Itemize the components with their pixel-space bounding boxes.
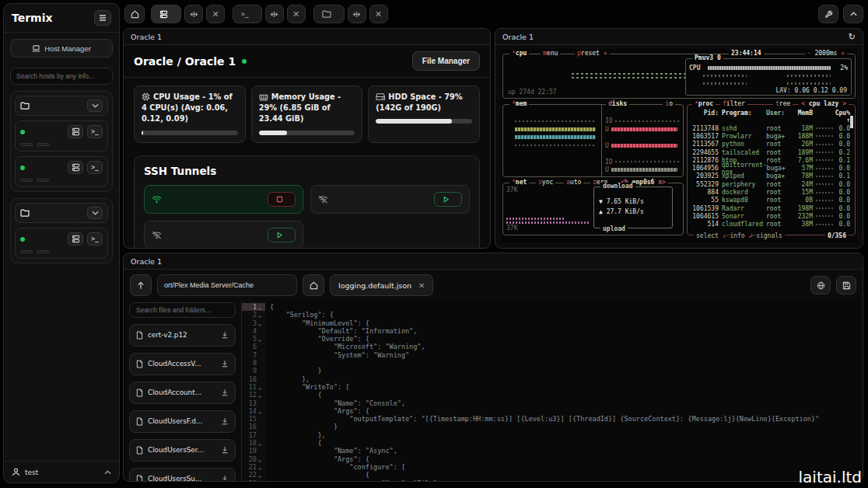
line-number[interactable]: 15 xyxy=(242,415,265,423)
line-number[interactable]: 21⌄ xyxy=(242,463,265,471)
file-download-button[interactable] xyxy=(221,417,229,425)
collapse-tabbar-button[interactable] xyxy=(843,5,863,23)
file-item[interactable]: CloudUsersSu... xyxy=(129,468,236,481)
home-button[interactable] xyxy=(124,5,145,23)
host-manager-button[interactable]: Host Manager xyxy=(10,39,113,58)
line-number[interactable]: 18⌄ xyxy=(242,439,265,447)
line-number[interactable]: 16 xyxy=(242,423,265,430)
file-item[interactable]: CloudUsersF.d... xyxy=(129,410,236,433)
btop-terminal[interactable]: ¹cpu menu preset + 23:44:14 - 2000ms + P… xyxy=(501,49,857,242)
host-terminal-button[interactable]: >_ xyxy=(87,232,103,246)
host-card-racknerd-1[interactable]: >_ xyxy=(15,228,108,259)
btop-menu-label[interactable]: menu xyxy=(541,50,560,57)
tab-0[interactable] xyxy=(151,5,181,23)
close-icon[interactable]: ✕ xyxy=(418,281,425,290)
proc-row[interactable]: 1064956 qbittorrent-nox buga+ 57M 0.0 xyxy=(692,164,850,172)
file-download-button[interactable] xyxy=(221,331,229,339)
host-terminal-button[interactable]: >_ xyxy=(87,161,103,174)
proc-row[interactable]: 1061539 Radarr root 198M 0.0 xyxy=(692,204,850,212)
editor-home-button[interactable] xyxy=(303,274,324,296)
file-download-button[interactable] xyxy=(221,389,229,396)
proc-row[interactable]: 1063517 Prowlarr buga+ 188M 0.0 xyxy=(692,132,850,140)
editor-tab[interactable]: logging.default.json ✕ xyxy=(330,274,433,296)
host-stats-button[interactable] xyxy=(68,125,83,138)
refresh-icon[interactable]: ↻ xyxy=(849,32,856,42)
tunnel-connect-button[interactable] xyxy=(434,192,462,207)
group-collapse-button[interactable] xyxy=(87,99,103,112)
line-number[interactable]: 17 xyxy=(242,431,265,439)
proc-row[interactable]: 55 kswapd0 root 0B 0.0 xyxy=(692,197,850,204)
file-download-button[interactable] xyxy=(221,360,229,368)
proc-row[interactable]: 2113748 sshd root 18M 0.0 xyxy=(692,124,850,132)
file-manager-button[interactable]: File Manager xyxy=(412,51,480,71)
tab-close-button[interactable]: ✕ xyxy=(206,5,225,23)
tunnel-disconnect-button[interactable] xyxy=(268,192,296,207)
tools-button[interactable] xyxy=(818,5,838,23)
tunnel-connect-button[interactable] xyxy=(268,228,296,242)
editor-settings-button[interactable] xyxy=(810,276,831,295)
btop-preset-label[interactable]: preset + xyxy=(575,50,610,57)
line-number[interactable]: 10 xyxy=(242,375,265,383)
file-download-button[interactable] xyxy=(221,446,229,454)
line-number[interactable]: 13 xyxy=(242,399,265,407)
proc-row[interactable]: 2294655 tailscaled root 189M 0.2 xyxy=(692,148,850,156)
path-input[interactable] xyxy=(157,274,297,296)
tab-2[interactable] xyxy=(313,5,345,23)
line-number[interactable]: 14⌄ xyxy=(242,407,265,415)
proc-scrollbar[interactable] xyxy=(850,116,853,128)
line-number[interactable]: 7 xyxy=(242,351,265,359)
file-item[interactable]: CloudAccount... xyxy=(129,382,236,404)
proc-tree-label[interactable]: tree xyxy=(773,100,793,107)
line-number[interactable]: 6 xyxy=(242,343,265,350)
proc-sort-label[interactable]: < cpu lazy > xyxy=(799,100,849,107)
host-card-oracle-2[interactable]: >_ xyxy=(15,156,108,187)
proc-row[interactable]: 2113567 python root 26M 0.0 xyxy=(692,141,850,148)
sidebar-menu-button[interactable] xyxy=(94,10,111,26)
line-number[interactable]: 5⌄ xyxy=(242,335,265,343)
line-number[interactable]: 22⌄ xyxy=(242,471,265,479)
line-number[interactable]: 4 xyxy=(242,327,265,335)
host-stats-button[interactable] xyxy=(68,232,83,246)
line-number[interactable]: 9 xyxy=(242,367,265,375)
path-up-button[interactable] xyxy=(130,274,152,296)
proc-filter-label[interactable]: filter xyxy=(720,100,747,107)
tab-close-button[interactable]: ✕ xyxy=(369,5,388,23)
tab-close-button[interactable]: ✕ xyxy=(287,5,306,23)
line-number[interactable]: 2⌄ xyxy=(242,311,265,319)
net-auto-label[interactable]: auto xyxy=(564,179,583,186)
line-number[interactable]: 11⌄ xyxy=(242,383,265,391)
proc-row[interactable]: 1064615 Sonarr root 232M 0.0 xyxy=(692,212,850,220)
host-stats-button[interactable] xyxy=(68,161,83,174)
file-download-button[interactable] xyxy=(221,475,229,481)
group-header[interactable] xyxy=(15,96,108,116)
tab-split-button[interactable] xyxy=(348,5,366,23)
net-sync-label[interactable]: sync xyxy=(536,179,555,186)
file-item[interactable]: cert-v2.p12 xyxy=(129,324,236,347)
line-number[interactable]: 19 xyxy=(242,447,265,455)
host-card-oracle-1[interactable]: >_ xyxy=(15,120,108,152)
line-number[interactable]: 23 xyxy=(242,479,265,481)
tab-split-button[interactable] xyxy=(265,5,284,23)
file-item[interactable]: CloudAccessV... xyxy=(129,353,236,375)
file-search-input[interactable] xyxy=(129,302,236,318)
proc-row[interactable]: 2112876 btop root 7.6M 0.1 xyxy=(692,156,850,164)
proc-row[interactable]: 884 dockerd root 15M 0.0 xyxy=(692,188,850,196)
proc-row[interactable]: 514 cloudflared root 38M 0.0 xyxy=(692,221,850,228)
line-number[interactable]: 1⌄ xyxy=(242,303,265,311)
proc-row[interactable]: 203925 xpiped buga+ 78M 0.1 xyxy=(692,173,850,180)
line-number[interactable]: 3⌄ xyxy=(242,319,265,327)
tab-split-button[interactable] xyxy=(184,5,203,23)
host-search-input[interactable] xyxy=(10,68,113,85)
group-header[interactable] xyxy=(15,203,108,223)
host-terminal-button[interactable]: >_ xyxy=(87,125,103,138)
line-number[interactable]: 20⌄ xyxy=(242,455,265,463)
line-number[interactable]: 8 xyxy=(242,359,265,367)
code-editor[interactable]: 1⌄2⌄3⌄45⌄67891011⌄12⌄1314⌄15161718⌄1920⌄… xyxy=(242,301,863,481)
line-number[interactable]: 12⌄ xyxy=(242,391,265,399)
group-collapse-button[interactable] xyxy=(87,207,103,219)
save-file-button[interactable] xyxy=(836,276,856,295)
sidebar-user-row[interactable]: test xyxy=(4,461,119,483)
tab-1[interactable]: >_ xyxy=(233,5,262,23)
proc-row[interactable]: 552329 periphery root 24M 0.0 xyxy=(692,180,850,188)
file-item[interactable]: CloudUsersSer... xyxy=(129,439,236,462)
